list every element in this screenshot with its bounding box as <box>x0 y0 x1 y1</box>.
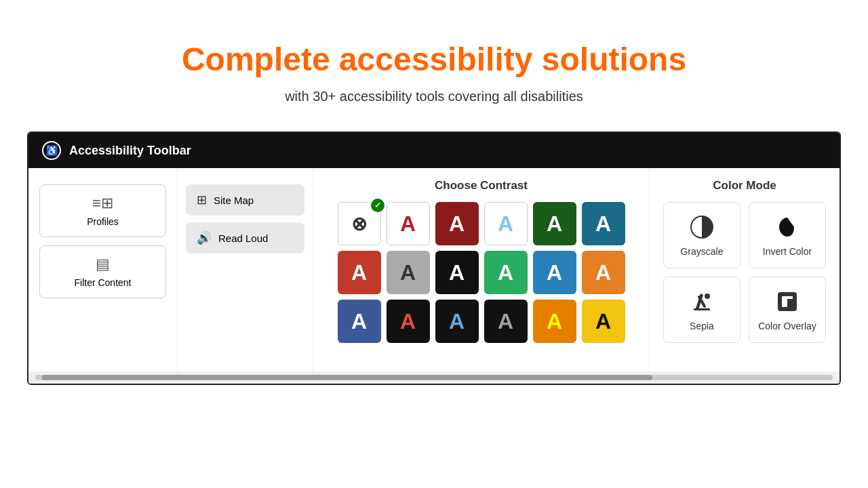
contrast-cell-3[interactable]: A <box>484 202 528 245</box>
toolbar-body: ≡⊞ Profiles ▤ Filter Content ⊞ Site Map … <box>28 168 840 371</box>
contrast-letter-12: A <box>351 309 367 334</box>
contrast-cell-2[interactable]: A <box>435 202 479 245</box>
contrast-cell-16[interactable]: A <box>533 300 576 343</box>
sitemap-label: Site Map <box>214 195 254 206</box>
scrollbar-thumb[interactable] <box>42 375 652 380</box>
contrast-letter-6: A <box>351 260 367 285</box>
contrast-letter-11: A <box>595 260 611 285</box>
nav-panel: ⊞ Site Map 🔊 Read Loud <box>178 168 313 371</box>
color-mode-label-0: Grayscale <box>680 246 723 257</box>
scrollbar-area <box>28 371 840 384</box>
accessibility-icon: ♿ <box>42 141 61 160</box>
color-mode-label-3: Color Overlay <box>758 321 816 331</box>
contrast-cell-8[interactable]: A <box>435 251 479 294</box>
scrollbar-track[interactable] <box>35 375 833 380</box>
profiles-button[interactable]: ≡⊞ Profiles <box>39 184 166 237</box>
contrast-cell-6[interactable]: A <box>338 251 381 294</box>
contrast-cell-0[interactable]: ⊗✓ <box>338 202 381 245</box>
color-mode-item-1[interactable]: Invert Color <box>749 202 826 268</box>
color-mode-icon-1 <box>774 214 801 241</box>
contrast-letter-14: A <box>449 309 465 334</box>
profiles-icon: ≡⊞ <box>92 195 113 212</box>
left-panel: ≡⊞ Profiles ▤ Filter Content <box>28 168 178 371</box>
contrast-cell-13[interactable]: A <box>387 300 430 343</box>
wheelchair-icon: ♿ <box>46 145 58 156</box>
contrast-letter-8: A <box>449 260 465 285</box>
readloud-label: Read Loud <box>218 232 268 244</box>
contrast-cell-11[interactable]: A <box>582 251 625 294</box>
profiles-label: Profiles <box>87 216 119 227</box>
contrast-cell-4[interactable]: A <box>533 202 576 245</box>
contrast-cell-17[interactable]: A <box>582 300 625 343</box>
contrast-panel: Choose Contrast ⊗✓AAAAAAAAAAAAAAAAA <box>313 168 650 371</box>
color-mode-label-1: Invert Color <box>763 246 812 257</box>
color-mode-panel: Color Mode Grayscale Invert Color Sepia … <box>650 168 840 371</box>
contrast-cell-1[interactable]: A <box>387 202 430 245</box>
contrast-cell-5[interactable]: A <box>582 202 625 245</box>
toolbar-title: Accessibility Toolbar <box>69 144 191 158</box>
color-mode-icon-0 <box>688 214 715 241</box>
contrast-cell-15[interactable]: A <box>484 300 528 343</box>
color-mode-icon-2 <box>688 288 715 315</box>
color-mode-item-2[interactable]: Sepia <box>663 277 741 343</box>
contrast-letter-4: A <box>547 211 562 237</box>
check-badge-0: ✓ <box>371 199 384 212</box>
contrast-letter-5: A <box>595 211 611 237</box>
color-mode-item-0[interactable]: Grayscale <box>663 202 741 268</box>
hero-subtitle: with 30+ accessibility tools covering al… <box>285 89 583 104</box>
contrast-title: Choose Contrast <box>327 179 635 192</box>
contrast-letter-2: A <box>449 211 465 237</box>
contrast-cell-12[interactable]: A <box>338 300 381 343</box>
contrast-grid: ⊗✓AAAAAAAAAAAAAAAAA <box>327 202 635 343</box>
contrast-letter-1: A <box>400 211 416 237</box>
contrast-letter-10: A <box>547 260 562 285</box>
contrast-cell-14[interactable]: A <box>435 300 479 343</box>
speaker-icon: 🔊 <box>197 230 212 245</box>
contrast-letter-3: A <box>498 211 513 237</box>
contrast-letter-0: ⊗ <box>351 213 367 235</box>
toolbar-header: ♿ Accessibility Toolbar <box>28 133 840 168</box>
contrast-letter-17: A <box>595 309 611 334</box>
color-mode-label-2: Sepia <box>690 321 714 331</box>
filter-content-button[interactable]: ▤ Filter Content <box>39 245 166 298</box>
filter-label: Filter Content <box>74 277 131 288</box>
sitemap-icon: ⊞ <box>197 192 207 207</box>
svg-point-4 <box>705 293 710 299</box>
accessibility-toolbar: ♿ Accessibility Toolbar ≡⊞ Profiles ▤ Fi… <box>27 131 841 385</box>
contrast-letter-13: A <box>400 309 416 334</box>
color-mode-title: Color Mode <box>663 179 826 192</box>
hero-title: Complete accessibility solutions <box>182 41 686 78</box>
contrast-letter-7: A <box>400 260 416 285</box>
contrast-letter-16: A <box>547 309 562 334</box>
svg-rect-1 <box>694 308 710 310</box>
contrast-letter-9: A <box>498 260 513 285</box>
contrast-cell-10[interactable]: A <box>533 251 576 294</box>
filter-icon: ▤ <box>96 256 110 273</box>
sitemap-nav-item[interactable]: ⊞ Site Map <box>186 184 304 216</box>
color-mode-item-3[interactable]: Color Overlay <box>749 277 826 343</box>
color-mode-grid: Grayscale Invert Color Sepia Color Overl… <box>663 202 826 343</box>
contrast-letter-15: A <box>498 309 513 334</box>
color-mode-icon-3 <box>774 288 801 315</box>
contrast-cell-9[interactable]: A <box>484 251 528 294</box>
contrast-cell-7[interactable]: A <box>387 251 430 294</box>
readloud-nav-item[interactable]: 🔊 Read Loud <box>186 222 304 253</box>
svg-rect-7 <box>782 296 793 299</box>
